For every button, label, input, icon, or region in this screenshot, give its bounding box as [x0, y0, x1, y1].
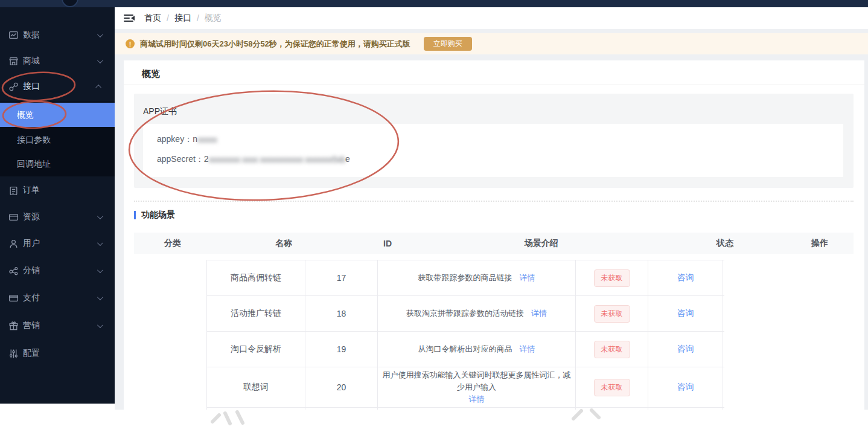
chevron-up-icon: [95, 84, 101, 90]
breadcrumb-separator: /: [167, 13, 169, 23]
status-badge: 未获取: [594, 305, 630, 323]
data-icon: [8, 30, 19, 40]
scene-desc-cell: 用户使用搜索功能输入关键词时联想更多属性词汇，减少用户输入详情: [378, 367, 576, 407]
marketing-icon: [8, 321, 19, 331]
sidebar-subitem-label: 接口参数: [17, 135, 51, 144]
scenes-section-header: 功能场景: [134, 210, 175, 221]
breadcrumb-separator: /: [197, 13, 199, 23]
consult-link[interactable]: 咨询: [677, 344, 694, 355]
chevron-down-icon: [97, 57, 103, 63]
scene-name: 淘口令反解析: [206, 332, 305, 367]
breadcrumb-bar: 首页 / 接口 / 概览: [115, 7, 868, 29]
scene-name: 商品高佣转链: [206, 260, 305, 295]
sidebar-item-marketing[interactable]: 营销: [0, 314, 115, 338]
table-row: 淘口令反解析 19 从淘口令解析出对应的商品详情 未获取 咨询: [206, 332, 724, 367]
logo: [62, 0, 78, 7]
sidebar-item-order[interactable]: 订单: [0, 178, 115, 202]
chevron-down-icon: [97, 267, 103, 273]
scene-desc: 获取淘京拼带跟踪参数的活动链接: [406, 308, 524, 320]
sidebar-item-label: 营销: [23, 320, 40, 331]
payment-icon: [8, 293, 19, 303]
scene-id: 19: [305, 332, 378, 367]
detail-link[interactable]: 详情: [520, 272, 535, 284]
chevron-down-icon: [97, 213, 103, 219]
resource-icon: [8, 212, 19, 222]
scenes-table-body: 商品高佣转链 17 获取带跟踪参数的商品链接详情 未获取 咨询 活动推广转链 1…: [206, 260, 724, 410]
main-content: 首页 / 接口 / 概览 ! 商城试用时间仅剩06天23小时58分52秒，为保证…: [115, 7, 868, 410]
sidebar-subitem-overview[interactable]: 概览: [0, 103, 115, 127]
consult-link[interactable]: 咨询: [677, 382, 694, 393]
consult-link[interactable]: 咨询: [677, 272, 694, 283]
detail-link[interactable]: 详情: [531, 308, 547, 320]
app-screen: 数据 商城 接口 概览 接口参数 回调地址: [0, 0, 868, 435]
column-header-intro: 场景介绍: [419, 238, 664, 249]
chevron-down-icon: [97, 240, 103, 246]
scene-desc-cell: 从淘口令解析出对应的商品详情: [378, 332, 576, 367]
sidebar-item-data[interactable]: 数据: [0, 23, 115, 47]
sidebar-subitem-api-params[interactable]: 接口参数: [0, 127, 115, 152]
sidebar: 数据 商城 接口 概览 接口参数 回调地址: [0, 7, 115, 404]
sidebar-subitem-label: 概览: [17, 110, 34, 120]
table-row: 商品高佣转链 17 获取带跟踪参数的商品链接详情 未获取 咨询: [206, 260, 724, 296]
scene-desc-cell: 获取淘京拼带跟踪参数的活动链接详情: [378, 296, 576, 331]
chevron-down-icon: [97, 294, 103, 300]
appkey-value-prefix: n: [193, 134, 197, 144]
detail-link[interactable]: 详情: [520, 343, 535, 355]
chevron-down-icon: [97, 31, 103, 37]
page-title: 概览: [142, 68, 160, 80]
table-row: 活动推广转链 18 获取淘京拼带跟踪参数的活动链接详情 未获取 咨询: [206, 296, 724, 332]
distribution-icon: [8, 266, 19, 276]
scene-id: 20: [305, 367, 378, 407]
sidebar-item-resources[interactable]: 资源: [0, 205, 115, 229]
certificate-title: APP证书: [143, 106, 177, 117]
status-badge: 未获取: [594, 341, 630, 358]
sidebar-item-distribution[interactable]: 分销: [0, 259, 115, 283]
overview-card: 概览 APP证书 appkey：nxxxxx appSecret：2xxxxxx…: [124, 60, 864, 410]
sidebar-item-label: 接口: [23, 81, 40, 92]
column-header-action: 操作: [786, 238, 854, 249]
collapse-menu-icon[interactable]: [124, 13, 135, 23]
scene-desc: 从淘口令解析出对应的商品: [418, 343, 512, 355]
api-submenu: 概览 接口参数 回调地址: [0, 102, 115, 176]
appsecret-label: appSecret：: [157, 154, 204, 164]
sidebar-item-label: 资源: [23, 211, 40, 222]
sidebar-subitem-label: 回调地址: [17, 159, 51, 169]
sidebar-subitem-callback[interactable]: 回调地址: [0, 152, 115, 176]
breadcrumb-section[interactable]: 接口: [174, 13, 191, 24]
detail-link[interactable]: 详情: [469, 393, 485, 405]
cutoff-annotation-fragments: [212, 410, 599, 424]
appsecret-value-prefix: 2: [204, 154, 209, 164]
column-header-status: 状态: [664, 238, 786, 249]
sidebar-item-label: 订单: [23, 185, 40, 196]
appkey-label: appkey：: [157, 134, 193, 144]
consult-link[interactable]: 咨询: [677, 308, 694, 319]
scene-desc: 用户使用搜索功能输入关键词时联想更多属性词汇，减少用户输入: [381, 369, 572, 393]
scenes-table-header: 分类 名称 ID 场景介绍 状态 操作: [134, 233, 854, 254]
status-badge: 未获取: [594, 379, 630, 396]
sidebar-item-label: 商城: [23, 56, 40, 66]
appkey-value-masked: xxxxx: [197, 135, 217, 144]
config-icon: [8, 349, 19, 359]
scene-name: 联想词: [206, 367, 305, 407]
section-accent-bar: [134, 211, 136, 219]
sidebar-item-label: 配置: [23, 348, 40, 359]
appkey-row: appkey：nxxxxx: [157, 134, 217, 145]
dotted-divider: [134, 201, 854, 202]
scene-desc: 获取带跟踪参数的商品链接: [418, 272, 512, 284]
scene-desc-cell: 获取带跟踪参数的商品链接详情: [378, 260, 576, 295]
card-header: 概览: [124, 60, 864, 85]
breadcrumb-home[interactable]: 首页: [144, 13, 161, 24]
buy-now-button[interactable]: 立即购买: [424, 37, 472, 51]
sidebar-item-payment[interactable]: 支付: [0, 286, 115, 310]
sidebar-item-users[interactable]: 用户: [0, 231, 115, 256]
sidebar-item-api[interactable]: 接口: [0, 74, 115, 98]
table-row: 联想词 20 用户使用搜索功能输入关键词时联想更多属性词汇，减少用户输入详情 未…: [206, 367, 724, 408]
appsecret-value-masked: xxxxxxxx xxxx xxxxxxxxxxx xxxxxxx5xb: [209, 155, 345, 164]
breadcrumb: 首页 / 接口 / 概览: [144, 13, 222, 24]
sidebar-item-label: 用户: [23, 238, 40, 249]
appsecret-row: appSecret：2xxxxxxxx xxxx xxxxxxxxxxx xxx…: [157, 154, 350, 165]
sidebar-item-label: 分销: [23, 265, 40, 276]
sidebar-item-config[interactable]: 配置: [0, 341, 115, 366]
sidebar-item-mall[interactable]: 商城: [0, 49, 115, 73]
scene-name: 活动推广转链: [206, 296, 305, 331]
